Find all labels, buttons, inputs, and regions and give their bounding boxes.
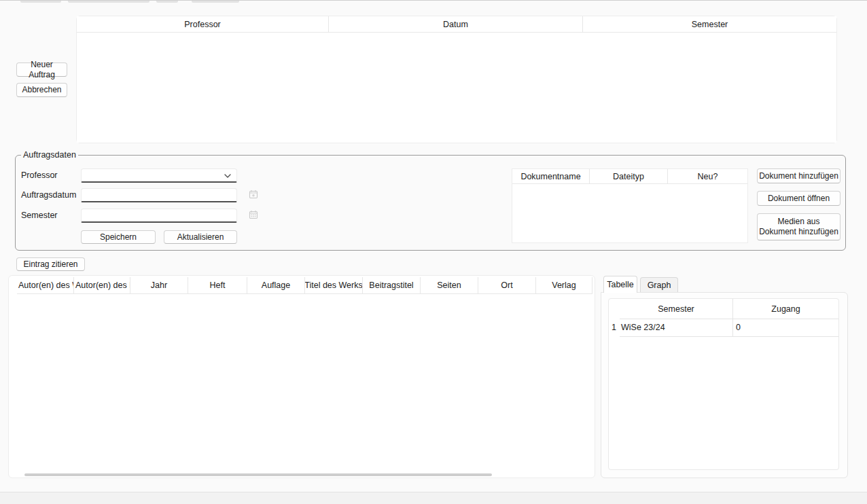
stats-row-number: 1 [612,323,616,332]
order-data-legend: Auftragsdaten [21,150,78,160]
add-document-button[interactable]: Dokument hinzufügen [757,168,841,183]
entries-column-header-year[interactable]: Jahr [130,277,188,293]
documents-column-header-new[interactable]: Neu? [668,169,747,183]
calendar-grid-icon[interactable] [249,210,258,219]
professor-combobox[interactable] [81,168,237,183]
entries-column-header-issue[interactable]: Heft [188,277,247,293]
entries-column-header-pages[interactable]: Seiten [421,277,478,293]
orders-column-header-semester[interactable]: Semester [583,16,836,32]
update-button[interactable]: Aktualisieren [164,230,237,244]
new-order-button[interactable]: Neuer Auftrag [16,62,67,77]
entries-table-body[interactable] [17,294,592,471]
app-window: { "orders_table": { "columns": ["Profess… [0,0,867,504]
calendar-day-icon[interactable] [249,190,258,199]
entries-column-header-place[interactable]: Ort [478,277,536,293]
orders-table-body[interactable] [77,33,836,143]
open-document-button[interactable]: Dokument öffnen [757,191,841,206]
entries-column-header-contribution-title[interactable]: Beitragstitel [363,277,421,293]
save-button[interactable]: Speichern [81,230,156,244]
stats-column-divider [732,299,733,336]
documents-table-body[interactable] [512,184,747,242]
chevron-down-icon[interactable] [224,173,231,179]
documents-column-header-type[interactable]: Dateityp [590,169,668,183]
semester-label: Semester [21,211,58,220]
entries-column-header-publisher[interactable]: Verlag [536,277,592,293]
stats-row-semester[interactable]: WiSe 23/24 [621,323,665,332]
entries-column-header-work-title[interactable]: Titel des Werks [305,277,363,293]
documents-column-header-name[interactable]: Dokumentname [512,169,590,183]
top-tab-stub [192,1,239,3]
order-data-groupbox: Auftragsdaten Professor Auftragsdatum Se… [15,155,846,251]
entries-column-header-edition[interactable]: Auflage [247,277,305,293]
cancel-button[interactable]: Abbrechen [16,83,67,97]
cite-entry-button[interactable]: Eintrag zitieren [16,257,85,271]
entries-column-header-work-authors[interactable]: Autor(en) des Werks [17,277,74,293]
stats-table: Semester Zugang 1 WiSe 23/24 0 [608,298,839,470]
stats-row-divider [620,336,839,337]
add-media-from-document-button[interactable]: Medien aus Dokument hinzufügen [757,213,841,240]
stats-row-zugang[interactable]: 0 [736,323,741,332]
entries-column-header-contribution-authors[interactable]: Autor(en) des Beitrags [74,277,130,293]
stats-tab-page: Semester Zugang 1 WiSe 23/24 0 [601,292,848,478]
order-date-input[interactable] [82,189,236,201]
professor-combobox-input[interactable] [82,169,236,181]
window-bottom-strip [0,492,867,504]
documents-table: Dokumentname Dateityp Neu? [512,168,748,243]
professor-label: Professor [21,170,58,180]
horizontal-scrollbar[interactable] [24,473,492,476]
stats-header-divider [620,319,839,319]
order-date-field[interactable] [81,188,237,202]
top-tab-stub [68,1,149,3]
orders-column-header-professor[interactable]: Professor [77,16,329,32]
top-tab-stub [156,1,178,3]
stats-column-header-zugang[interactable]: Zugang [732,304,839,314]
top-tab-stub [20,1,61,3]
tab-graph[interactable]: Graph [640,277,678,293]
semester-input[interactable] [82,209,236,221]
stats-column-header-semester[interactable]: Semester [620,304,732,314]
order-date-label: Auftragsdatum [21,190,76,200]
entries-panel: Autor(en) des Werks Autor(en) des Beitra… [8,275,595,478]
orders-column-header-datum[interactable]: Datum [329,16,583,32]
semester-field[interactable] [81,209,237,223]
tab-tabelle[interactable]: Tabelle [603,276,637,293]
orders-table: Professor Datum Semester [76,16,837,143]
